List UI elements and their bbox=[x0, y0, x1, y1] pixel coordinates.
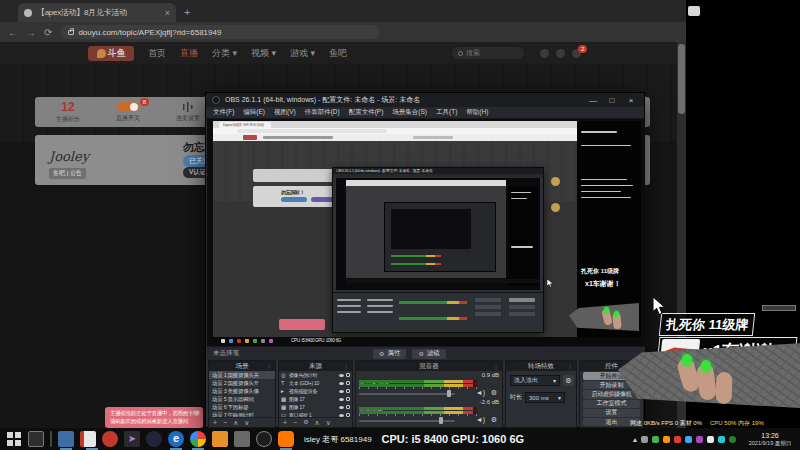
scene-up-icon[interactable]: ∧ bbox=[233, 418, 238, 427]
forward-icon[interactable]: → bbox=[26, 27, 36, 38]
tray-icon[interactable] bbox=[652, 436, 659, 443]
scene-item[interactable]: 场景 5 显示器瞬间 bbox=[209, 395, 275, 403]
maximize-icon[interactable]: □ bbox=[605, 96, 619, 105]
refresh-icon[interactable]: ⟳ bbox=[44, 27, 52, 38]
mic-speaker-icon[interactable]: ◄) bbox=[476, 389, 485, 396]
transition-select[interactable]: 淡入淡出▾ bbox=[510, 375, 560, 386]
nav-game[interactable]: 游戏 ▾ bbox=[290, 47, 315, 60]
dock-menu-icon[interactable]: ⋮ bbox=[567, 363, 573, 370]
menu-docks[interactable]: 停靠部件(D) bbox=[305, 108, 340, 117]
source-properties-gear-icon[interactable]: ⚙ bbox=[303, 418, 308, 427]
transition-gear-icon[interactable]: ⚙ bbox=[563, 375, 574, 386]
tray-icon[interactable] bbox=[718, 436, 725, 443]
mic-volume-slider[interactable] bbox=[359, 393, 455, 395]
remove-scene-icon[interactable]: − bbox=[223, 418, 227, 427]
add-source-icon[interactable]: + bbox=[283, 418, 287, 427]
live-toggle[interactable] bbox=[117, 102, 139, 112]
dock-menu-icon[interactable]: ⋮ bbox=[493, 363, 499, 370]
chrome-icon[interactable] bbox=[190, 431, 206, 447]
menu-file[interactable]: 文件(F) bbox=[213, 108, 234, 117]
mic-volume-knob[interactable] bbox=[447, 390, 451, 397]
sources-header[interactable]: 来源⋮ bbox=[279, 361, 352, 371]
properties-button[interactable]: ⚙属性 bbox=[373, 349, 406, 359]
tray-icon[interactable] bbox=[674, 436, 681, 443]
taskbar-room-label[interactable]: isley 老哥 6581949 bbox=[304, 434, 372, 445]
scene-item[interactable]: 场景 1 国服摄像头关 bbox=[209, 371, 275, 379]
tray-icon[interactable] bbox=[696, 436, 703, 443]
edge-icon[interactable]: e bbox=[168, 431, 184, 447]
search-input[interactable]: 搜索 bbox=[452, 47, 524, 59]
netease-music-icon[interactable] bbox=[102, 431, 118, 447]
task-view-button[interactable] bbox=[28, 431, 44, 447]
source-down-icon[interactable]: ∨ bbox=[326, 418, 331, 427]
new-tab-button[interactable]: + bbox=[184, 6, 190, 18]
nav-category[interactable]: 分类 ▾ bbox=[212, 47, 237, 60]
menu-view[interactable]: 视图(V) bbox=[274, 108, 296, 117]
settings-button[interactable]: 设置 bbox=[583, 409, 640, 417]
desktop-volume-knob[interactable] bbox=[439, 417, 443, 424]
source-item[interactable]: ▦图像 17 bbox=[279, 395, 352, 403]
mic-gear-icon[interactable]: ⚙ bbox=[491, 389, 497, 396]
visibility-eye-icon[interactable] bbox=[339, 382, 344, 385]
filters-button[interactable]: ⚙滤镜 bbox=[412, 349, 445, 359]
douyu-logo[interactable]: 斗鱼 bbox=[88, 46, 134, 61]
tray-expand-icon[interactable]: ▴ bbox=[633, 435, 637, 444]
close-icon[interactable]: × bbox=[624, 96, 638, 105]
source-item[interactable]: ▦图像 17 bbox=[279, 403, 352, 411]
source-item[interactable]: T文本 (GDI+) 10 bbox=[279, 379, 352, 387]
globe-app-icon[interactable] bbox=[256, 431, 272, 447]
obs-titlebar[interactable]: OBS 26.1.1 (64-bit, windows) - 配置文件: 未命名… bbox=[206, 93, 644, 107]
gray-app-icon[interactable] bbox=[234, 431, 250, 447]
nav-live[interactable]: 直播 bbox=[180, 47, 198, 60]
tab-close-icon[interactable]: × bbox=[165, 8, 170, 18]
browser-tab[interactable]: 【apex活动】8月兑卡活动 × bbox=[18, 3, 176, 22]
tray-icon[interactable] bbox=[663, 436, 670, 443]
dock-menu-icon[interactable]: ⋮ bbox=[343, 363, 349, 370]
tray-icon[interactable] bbox=[729, 436, 736, 443]
menu-scene-collection[interactable]: 场景集合(S) bbox=[392, 108, 427, 117]
scene-down-icon[interactable]: ∨ bbox=[244, 418, 249, 427]
scrollbar-thumb[interactable] bbox=[678, 44, 685, 114]
source-item[interactable]: ◎摄像头倒计时 bbox=[279, 371, 352, 379]
menu-help[interactable]: 帮助(H) bbox=[466, 108, 488, 117]
toast-close-icon[interactable]: × bbox=[196, 409, 200, 416]
heart-icon[interactable] bbox=[556, 49, 565, 58]
back-icon[interactable]: ← bbox=[8, 27, 18, 38]
source-up-icon[interactable]: ∧ bbox=[315, 418, 320, 427]
visibility-eye-icon[interactable] bbox=[339, 390, 344, 393]
pointer-tool-icon[interactable]: ➤ bbox=[124, 431, 140, 447]
scenes-header[interactable]: 场景⋮ bbox=[209, 361, 275, 371]
nav-home[interactable]: 首页 bbox=[148, 47, 166, 60]
desktop-gear-icon[interactable]: ⚙ bbox=[491, 416, 497, 423]
douyu-app-icon[interactable] bbox=[278, 431, 294, 447]
nav-video[interactable]: 视频 ▾ bbox=[251, 47, 276, 60]
url-field[interactable]: douyu.com/topic/APEXjqflj?rid=6581949 bbox=[60, 25, 380, 39]
dock-menu-icon[interactable]: ⋮ bbox=[266, 363, 272, 370]
source-item[interactable]: ▸视频捕捉设备 bbox=[279, 387, 352, 395]
message-icon[interactable] bbox=[540, 49, 549, 58]
mixer-header[interactable]: 混音器⋮ bbox=[356, 361, 502, 371]
lock-icon[interactable] bbox=[346, 397, 350, 401]
visibility-eye-icon[interactable] bbox=[339, 398, 344, 401]
lock-icon[interactable] bbox=[346, 405, 350, 409]
explorer-icon[interactable] bbox=[58, 431, 74, 447]
visibility-eye-icon[interactable] bbox=[339, 406, 344, 409]
dark-app-icon[interactable] bbox=[146, 431, 162, 447]
minimize-icon[interactable]: — bbox=[586, 96, 600, 105]
tray-icon[interactable] bbox=[641, 436, 648, 443]
remove-source-icon[interactable]: − bbox=[293, 418, 297, 427]
spinner-icons[interactable]: ▾ bbox=[558, 394, 561, 401]
duration-input[interactable]: 300 ms▾ bbox=[525, 392, 565, 403]
taskbar-clock[interactable]: 13:26 2021/9/19 星期日 bbox=[744, 432, 796, 447]
scene-item[interactable]: 场景 3 美服摄像头像 bbox=[209, 387, 275, 395]
photos-app-icon[interactable] bbox=[80, 431, 96, 447]
lock-icon[interactable] bbox=[346, 373, 350, 377]
lock-icon[interactable] bbox=[346, 381, 350, 385]
menu-profile[interactable]: 配置文件(P) bbox=[349, 108, 384, 117]
tray-icon[interactable] bbox=[685, 436, 692, 443]
menu-edit[interactable]: 编辑(E) bbox=[243, 108, 265, 117]
transitions-header[interactable]: 转场特效⋮ bbox=[506, 361, 576, 371]
start-button[interactable] bbox=[6, 431, 22, 447]
scene-item[interactable]: 场景 6 下面标题 bbox=[209, 403, 275, 411]
orange-app-icon[interactable] bbox=[212, 431, 228, 447]
